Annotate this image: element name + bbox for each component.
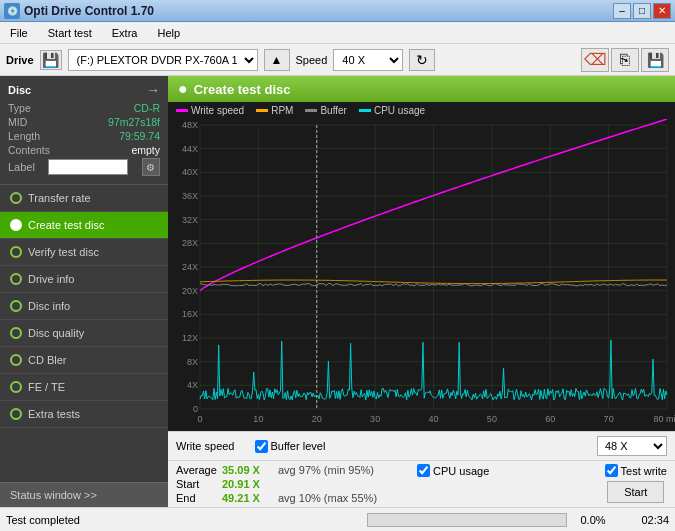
status-time: 02:34 bbox=[619, 514, 669, 526]
nav-icon-create-test-disc bbox=[10, 219, 22, 231]
sidebar-item-transfer-rate[interactable]: Transfer rate bbox=[0, 185, 168, 212]
sidebar-item-extra-tests[interactable]: Extra tests bbox=[0, 401, 168, 428]
sidebar-label-cd-bler: CD Bler bbox=[28, 354, 67, 366]
stat-average-label: Average bbox=[176, 464, 216, 476]
speed-select[interactable]: 40 X 48 X 32 X bbox=[333, 49, 403, 71]
sidebar-label-drive-info: Drive info bbox=[28, 273, 74, 285]
sidebar-item-cd-bler[interactable]: CD Bler bbox=[0, 347, 168, 374]
legend-label-write-speed: Write speed bbox=[191, 105, 244, 116]
stat-start-value: 20.91 X bbox=[222, 478, 272, 490]
drive-bar: Drive 💾 (F:) PLEXTOR DVDR PX-760A 1.07 ▲… bbox=[0, 44, 675, 76]
stats-column: Average 35.09 X avg 97% (min 95%) Start … bbox=[176, 464, 377, 504]
buffer-level-label: Buffer level bbox=[271, 440, 326, 452]
legend-label-cpu-usage: CPU usage bbox=[374, 105, 425, 116]
menu-help[interactable]: Help bbox=[151, 25, 186, 41]
test-write-check[interactable]: Test write bbox=[605, 464, 667, 477]
start-button[interactable]: Start bbox=[607, 481, 664, 503]
stat-end-desc: avg 10% (max 55%) bbox=[278, 492, 377, 504]
window-controls: – □ ✕ bbox=[613, 3, 671, 19]
test-write-label: Test write bbox=[621, 465, 667, 477]
buffer-level-check[interactable]: Buffer level bbox=[255, 440, 326, 453]
nav-icon-disc-quality bbox=[10, 327, 22, 339]
close-button[interactable]: ✕ bbox=[653, 3, 671, 19]
menu-file[interactable]: File bbox=[4, 25, 34, 41]
stat-average-value: 35.09 X bbox=[222, 464, 272, 476]
legend-color-rpm bbox=[256, 109, 268, 112]
content-header-title: Create test disc bbox=[194, 82, 291, 97]
buffer-level-checkbox[interactable] bbox=[255, 440, 268, 453]
legend-color-write-speed bbox=[176, 109, 188, 112]
app-title: Opti Drive Control 1.70 bbox=[24, 4, 154, 18]
disc-type-label: Type bbox=[8, 102, 31, 114]
legend-color-cpu-usage bbox=[359, 109, 371, 112]
sidebar-item-verify-test-disc[interactable]: Verify test disc bbox=[0, 239, 168, 266]
menu-extra[interactable]: Extra bbox=[106, 25, 144, 41]
status-window-label: Status window >> bbox=[10, 489, 97, 501]
sidebar-item-create-test-disc[interactable]: Create test disc bbox=[0, 212, 168, 239]
disc-label-input[interactable] bbox=[48, 159, 128, 175]
status-percent: 0.0% bbox=[573, 514, 613, 526]
cpu-usage-check[interactable]: CPU usage bbox=[417, 464, 489, 477]
sidebar-label-transfer-rate: Transfer rate bbox=[28, 192, 91, 204]
chart-canvas bbox=[168, 119, 675, 431]
checkbox-column: CPU usage bbox=[417, 464, 489, 504]
legend-color-buffer bbox=[305, 109, 317, 112]
stat-end: End 49.21 X avg 10% (max 55%) bbox=[176, 492, 377, 504]
status-bar: Test completed 0.0% 02:34 bbox=[0, 507, 675, 531]
sidebar-item-fe-te[interactable]: FE / TE bbox=[0, 374, 168, 401]
stat-start: Start 20.91 X bbox=[176, 478, 377, 490]
content-header-icon: ● bbox=[178, 80, 188, 98]
disc-type-value: CD-R bbox=[134, 102, 160, 114]
stat-end-value: 49.21 X bbox=[222, 492, 272, 504]
copy-button[interactable]: ⎘ bbox=[611, 48, 639, 72]
menu-bar: File Start test Extra Help bbox=[0, 22, 675, 44]
sidebar-item-disc-quality[interactable]: Disc quality bbox=[0, 320, 168, 347]
disc-nav-button[interactable]: → bbox=[146, 82, 160, 98]
sidebar-item-drive-info[interactable]: Drive info bbox=[0, 266, 168, 293]
maximize-button[interactable]: □ bbox=[633, 3, 651, 19]
refresh-button[interactable]: ↻ bbox=[409, 49, 435, 71]
bottom-row2: Average 35.09 X avg 97% (min 95%) Start … bbox=[168, 461, 675, 507]
disc-length-label: Length bbox=[8, 130, 40, 142]
speed-dropdown[interactable]: 48 X 40 X 32 X bbox=[597, 436, 667, 456]
test-write-checkbox[interactable] bbox=[605, 464, 618, 477]
legend-label-rpm: RPM bbox=[271, 105, 293, 116]
nav-icon-fe-te bbox=[10, 381, 22, 393]
write-speed-label: Write speed bbox=[176, 440, 235, 452]
stat-average-desc: avg 97% (min 95%) bbox=[278, 464, 374, 476]
eraser-button[interactable]: ⌫ bbox=[581, 48, 609, 72]
save-button[interactable]: 💾 bbox=[641, 48, 669, 72]
menu-start-test[interactable]: Start test bbox=[42, 25, 98, 41]
status-text: Test completed bbox=[6, 514, 361, 526]
drive-action-buttons: ⌫ ⎘ 💾 bbox=[581, 48, 669, 72]
disc-title: Disc bbox=[8, 84, 31, 96]
stat-average: Average 35.09 X avg 97% (min 95%) bbox=[176, 464, 377, 476]
sidebar-label-create-test-disc: Create test disc bbox=[28, 219, 104, 231]
sidebar-label-extra-tests: Extra tests bbox=[28, 408, 80, 420]
bottom-controls: Write speed Buffer level 48 X 40 X 32 X … bbox=[168, 431, 675, 507]
legend-cpu-usage: CPU usage bbox=[359, 105, 425, 116]
minimize-button[interactable]: – bbox=[613, 3, 631, 19]
nav-icon-transfer-rate bbox=[10, 192, 22, 204]
drive-select[interactable]: (F:) PLEXTOR DVDR PX-760A 1.07 bbox=[68, 49, 258, 71]
app-icon: 💿 bbox=[4, 3, 20, 19]
nav-icon-cd-bler bbox=[10, 354, 22, 366]
status-window-button[interactable]: Status window >> bbox=[0, 482, 168, 507]
nav-icon-verify-test-disc bbox=[10, 246, 22, 258]
disc-panel: Disc → Type CD-R MID 97m27s18f Length 79… bbox=[0, 76, 168, 185]
disc-length-value: 79:59.74 bbox=[119, 130, 160, 142]
sidebar-item-disc-info[interactable]: Disc info bbox=[0, 293, 168, 320]
disc-mid-label: MID bbox=[8, 116, 27, 128]
disc-label-label: Label bbox=[8, 161, 35, 173]
stat-end-label: End bbox=[176, 492, 216, 504]
cpu-usage-checkbox[interactable] bbox=[417, 464, 430, 477]
drive-icon: 💾 bbox=[40, 50, 62, 70]
disc-settings-button[interactable]: ⚙ bbox=[142, 158, 160, 176]
content-area: ● Create test disc Write speed RPM Buffe… bbox=[168, 76, 675, 507]
status-progress-container bbox=[367, 513, 567, 527]
eject-button[interactable]: ▲ bbox=[264, 49, 290, 71]
start-column: Test write Start bbox=[605, 464, 667, 504]
disc-contents-label: Contents bbox=[8, 144, 50, 156]
sidebar-label-disc-quality: Disc quality bbox=[28, 327, 84, 339]
disc-mid-value: 97m27s18f bbox=[108, 116, 160, 128]
